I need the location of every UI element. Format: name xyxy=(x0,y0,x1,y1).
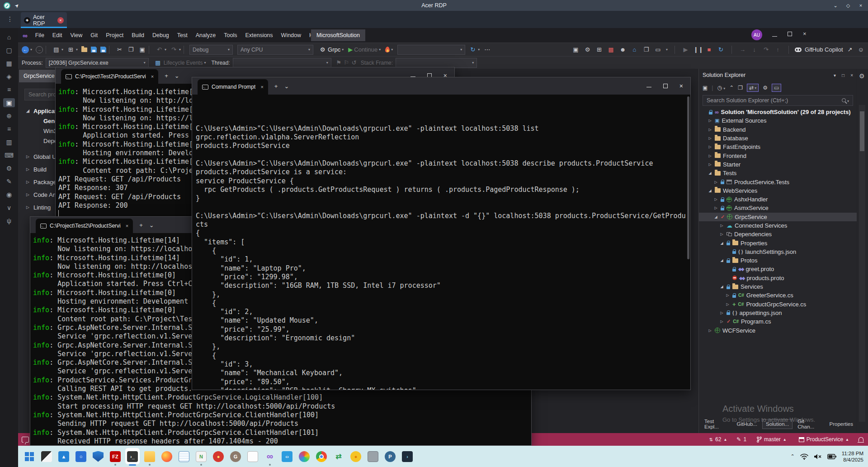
menu-test[interactable]: Test xyxy=(173,30,192,40)
display-icon[interactable]: ▢ xyxy=(3,46,15,55)
save-all-icon[interactable] xyxy=(100,47,106,52)
taskbar-icon-putty[interactable]: › xyxy=(399,446,416,467)
volume-muted-icon[interactable] xyxy=(814,453,822,460)
notifications-gear-icon[interactable]: ⚙ xyxy=(859,72,865,80)
solution-tree-item-ashxhandler[interactable]: ▷AshxHandler xyxy=(699,195,857,204)
open-folder-icon[interactable] xyxy=(81,48,87,52)
solution-tree-item-connected-services[interactable]: ▷☁Connected Services xyxy=(699,221,857,230)
overflow-menu-icon[interactable]: ⋮ xyxy=(7,15,13,23)
taskbar-icon-postgres[interactable]: P xyxy=(382,446,399,467)
screenshot-icon[interactable]: ▣ xyxy=(3,98,15,107)
unsaved-edits-button[interactable]: ✎ 1 xyxy=(736,436,746,443)
notifications-bell-icon[interactable] xyxy=(859,437,863,442)
solution-tree-item-asmxservice[interactable]: ▷AsmxService xyxy=(699,204,857,212)
flag-icon[interactable]: ⚑ xyxy=(335,59,343,66)
minimize-icon[interactable] xyxy=(410,72,415,77)
refresh-icon[interactable]: ↻ xyxy=(469,46,476,53)
taskbar-icon-cyberduck[interactable]: ● xyxy=(347,446,364,467)
step-up-icon[interactable]: ↑ xyxy=(774,46,782,53)
tool-tab-github[interactable]: GitHub... xyxy=(733,419,761,429)
fullscreen-icon[interactable]: ◈ xyxy=(3,72,15,81)
panel-menu-icon[interactable]: ▾ xyxy=(834,73,836,78)
solution-tree-item-services[interactable]: ◢Services xyxy=(699,282,857,291)
terminal-tab[interactable]: C:\Project\Test2\ProductServi × xyxy=(61,69,158,84)
menu-window[interactable]: Window xyxy=(277,30,305,40)
collapse-all-icon[interactable]: ⌃ xyxy=(729,85,734,91)
wifi-icon[interactable] xyxy=(800,453,808,460)
solution-explorer-search[interactable]: Search Solution Explorer (Ctrl+;) ▾ xyxy=(703,95,853,106)
rdp-minimize-button[interactable]: ⌄ xyxy=(833,3,838,9)
vs-close-button[interactable]: × xyxy=(803,30,807,37)
person-icon[interactable]: ☻ xyxy=(619,46,627,53)
solution-tree-item-productgrpcservice-cs[interactable]: ▷+C#ProductGrpcService.cs xyxy=(699,300,857,309)
taskbar-icon-notes[interactable] xyxy=(175,446,193,467)
new-tab-icon[interactable]: + xyxy=(165,72,168,79)
solution-tree-item-backend[interactable]: ▷Backend xyxy=(699,125,857,134)
terminal-titlebar[interactable]: Command Prompt × + ⌄ × xyxy=(192,77,690,95)
navigate-forward-icon[interactable]: → xyxy=(36,46,43,53)
taskbar-icon-winscp[interactable]: ⇄ xyxy=(330,446,347,467)
step-out-icon[interactable]: ↷ xyxy=(762,46,770,53)
solution-tree-item-products-proto[interactable]: ◆◆products.proto xyxy=(699,274,857,282)
save-icon[interactable] xyxy=(91,47,97,52)
solution-tree-item-launchsettings-json[interactable]: { }launchSettings.json xyxy=(699,248,857,256)
solution-name-badge[interactable]: MicrosoftSolution xyxy=(311,29,365,41)
new-project-icon[interactable]: ▤ xyxy=(52,46,60,53)
add-item-icon[interactable]: ⊞ xyxy=(67,46,75,53)
devices-icon[interactable]: ⊕ xyxy=(3,111,15,120)
scrollbar-track[interactable] xyxy=(859,105,865,422)
scrollbar-thumb[interactable] xyxy=(687,96,689,259)
repository-button[interactable]: ProductService ▲ xyxy=(799,436,849,443)
toolbox-icon[interactable]: ▩ xyxy=(607,46,615,53)
configuration-dropdown[interactable]: Debug▾ xyxy=(189,45,233,55)
process-dropdown[interactable]: [20936] GrpcService.exe▾ xyxy=(46,58,149,68)
panel-close-icon[interactable]: × xyxy=(850,73,853,78)
taskbar-icon-explorer[interactable] xyxy=(141,446,158,467)
taskbar-icon-irfanview[interactable]: ● xyxy=(210,446,227,467)
solution-tree-item-tests[interactable]: ◢Tests xyxy=(699,169,857,177)
paste-icon[interactable]: ▣ xyxy=(138,46,146,53)
account-avatar[interactable]: AU xyxy=(751,29,762,40)
continue-icon[interactable]: ▶ xyxy=(348,46,353,53)
solution-tree-item-grpcservice[interactable]: ◢✓GrpcService xyxy=(699,213,857,221)
cut-icon[interactable]: ✂ xyxy=(116,46,123,53)
solution-tree-item-starter[interactable]: ▷Starter xyxy=(699,160,857,169)
tab-close-icon[interactable]: × xyxy=(260,84,263,90)
solution-tree-item-dependencies[interactable]: ▷Dependencies xyxy=(699,230,857,238)
tab-close-icon[interactable]: × xyxy=(151,74,154,79)
rdp-session-tab[interactable]: ◈ Acer RDP × xyxy=(21,12,67,28)
menu-analyze[interactable]: Analyze xyxy=(192,30,220,40)
terminal-icon[interactable]: ▭ xyxy=(654,46,662,53)
send-feedback-icon[interactable] xyxy=(22,437,29,443)
menu-git[interactable]: Git xyxy=(86,30,102,40)
copy-path-icon[interactable]: ❐ xyxy=(738,85,743,91)
solution-tree-item-solution-microsoftsolution-29-[interactable]: ∞Solution 'MicrosoftSolution' (29 of 28 … xyxy=(699,108,857,116)
record-icon[interactable]: ◉ xyxy=(3,190,15,199)
navigate-back-icon[interactable]: ← xyxy=(22,46,29,53)
taskbar-icon-defender[interactable] xyxy=(90,446,107,467)
menu-view[interactable]: View xyxy=(66,30,86,40)
menu-icon[interactable]: ≡ xyxy=(3,85,15,94)
taskbar-icon-visual-studio[interactable]: ∞ xyxy=(261,446,278,467)
copy-icon[interactable]: ❐ xyxy=(127,46,135,53)
close-icon[interactable]: × xyxy=(679,82,683,90)
loop-icon[interactable]: ↺ xyxy=(350,59,358,66)
settings-gear-icon[interactable]: ⚙ xyxy=(3,164,15,173)
windows-icon[interactable]: ▥ xyxy=(3,138,15,147)
branch-icon[interactable]: ψ xyxy=(3,216,15,225)
taskbar-icon-server[interactable] xyxy=(364,446,382,467)
share-icon[interactable]: ↗ xyxy=(846,46,854,53)
menu-debug[interactable]: Debug xyxy=(148,30,173,40)
switch-views-icon[interactable]: ▣ xyxy=(703,85,708,91)
rdp-maximize-button[interactable]: ◇ xyxy=(845,3,851,9)
command-prompt-tab[interactable]: Command Prompt × xyxy=(198,79,268,95)
taskbar-icon-terminal[interactable]: ›_ xyxy=(124,446,141,467)
taskbar-icon-chrome[interactable] xyxy=(313,446,330,467)
solution-tree-item-wcfservice[interactable]: ▷WCFService xyxy=(699,326,857,334)
home-icon[interactable]: ⌂ xyxy=(3,33,15,42)
hot-reload-icon[interactable] xyxy=(385,47,390,52)
empty-dropdown[interactable]: ▾ xyxy=(397,45,465,55)
stop-icon[interactable]: ■ xyxy=(705,46,713,53)
solution-tree-item-productservice-tests[interactable]: ▷ProductService.Tests xyxy=(699,177,857,186)
menu-tools[interactable]: Tools xyxy=(220,30,241,40)
